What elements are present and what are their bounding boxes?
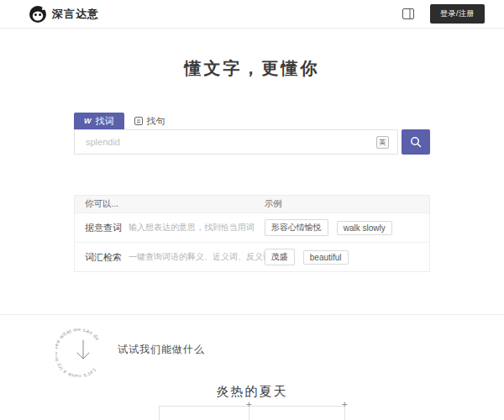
wantwords-icon: W <box>84 117 92 125</box>
help-table-header: 你可以... 示例 <box>75 196 429 213</box>
tab-find-words-label: 找词 <box>96 115 114 128</box>
example-chip[interactable]: walk slowly <box>337 221 392 235</box>
search-tabs: W 找词 找句 <box>74 113 430 129</box>
brand-name: 深言达意 <box>52 7 99 22</box>
plugin-icon[interactable] <box>402 8 415 19</box>
tab-find-words[interactable]: W 找词 <box>74 113 124 129</box>
search-input[interactable] <box>86 137 376 147</box>
login-register-button[interactable]: 登录/注册 <box>430 4 485 24</box>
tab-find-sentences[interactable]: 找句 <box>124 113 176 129</box>
page-title: 懂文字，更懂你 <box>0 57 504 80</box>
column-header-examples: 示例 <box>265 198 429 210</box>
circular-text-arrow-doodle: Let's have a try and see what we can do <box>55 322 111 377</box>
feature-desc: 一键查询词语的释义、近义词、反义词、联想词等 <box>129 251 265 263</box>
try-label: 试试我们能做什么 <box>118 343 205 357</box>
arrow-down-icon <box>77 340 89 359</box>
example-card[interactable] <box>159 406 249 420</box>
example-title: 炎热的夏天 <box>0 384 504 400</box>
crosshair-marker: + <box>246 400 252 409</box>
example-card[interactable] <box>249 406 345 420</box>
column-header-you-can: 你可以... <box>75 198 265 210</box>
section-divider <box>0 314 504 315</box>
example-chip[interactable]: 茂盛 <box>265 249 295 265</box>
search-icon <box>410 136 422 148</box>
wantquotes-icon <box>134 117 143 125</box>
crosshair-marker: + <box>342 400 348 409</box>
search-area: W 找词 找句 英 <box>74 113 430 155</box>
brand[interactable]: 深言达意 <box>29 5 99 24</box>
feature-name: 词汇检索 <box>85 251 122 264</box>
example-chip[interactable]: 形容心情愉悦 <box>265 219 328 236</box>
help-table: 你可以... 示例 据意查词 输入想表达的意思，找到恰当用词 形容心情愉悦 wa… <box>74 195 430 272</box>
example-chip[interactable]: beautiful <box>303 250 349 265</box>
example-cards: + + <box>159 406 345 420</box>
try-section: Let's have a try and see what we can do … <box>55 322 504 377</box>
header: 深言达意 登录/注册 <box>0 0 504 29</box>
language-toggle[interactable]: 英 <box>376 136 389 149</box>
panda-logo-icon <box>29 5 47 24</box>
feature-desc: 输入想表达的意思，找到恰当用词 <box>129 222 255 234</box>
svg-text:Let's have a try and see what: Let's have a try and see what we can do <box>55 326 102 377</box>
table-row: 词汇检索 一键查询词语的释义、近义词、反义词、联想词等 茂盛 beautiful <box>75 242 429 271</box>
feature-name: 据意查词 <box>85 222 122 234</box>
table-row: 据意查词 输入想表达的意思，找到恰当用词 形容心情愉悦 walk slowly <box>75 213 429 242</box>
search-button[interactable] <box>402 129 430 155</box>
search-box: 英 <box>74 129 398 155</box>
tab-find-sentences-label: 找句 <box>147 115 165 128</box>
